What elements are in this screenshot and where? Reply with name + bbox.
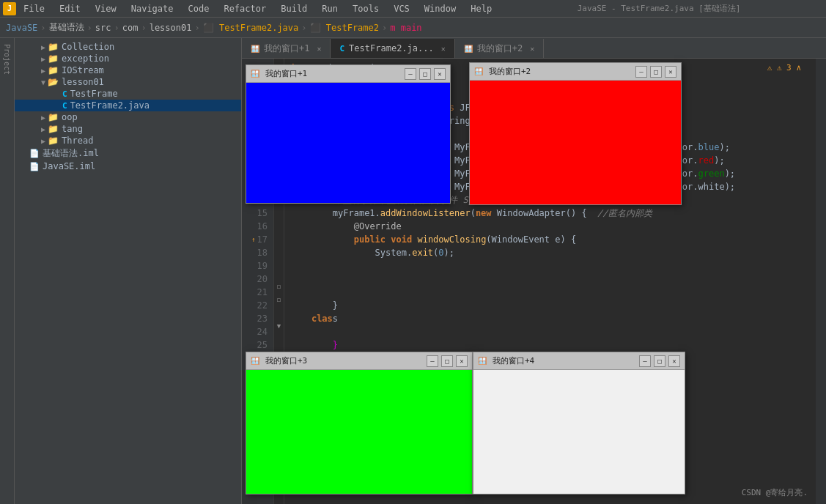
tab-close-icon[interactable]: ✕: [317, 45, 321, 53]
fw-green-title: 我的窗口+3: [265, 355, 424, 366]
window-title: JavaSE - TestFrame2.java [基础语法]: [495, 3, 823, 14]
iml-icon: 📄: [29, 149, 40, 158]
app-logo: J: [3, 2, 16, 15]
bc-testframe2[interactable]: ⬛ TestFrame2: [310, 23, 379, 33]
breadcrumb: JavaSE › 基础语法 › src › com › lesson01 › ⬛…: [0, 18, 826, 38]
bc-main[interactable]: m main: [390, 23, 421, 33]
folder-open-icon: 📂: [48, 77, 59, 87]
tree-item-thread[interactable]: ▶ 📁 Thread: [15, 135, 241, 147]
folder-icon: 📁: [48, 53, 59, 64]
fw-white-minimize[interactable]: —: [639, 355, 651, 367]
tree-item-iostream[interactable]: ▶ 📁 IOStream: [15, 64, 241, 76]
menu-file[interactable]: File: [21, 2, 48, 15]
menu-navigate[interactable]: Navigate: [128, 2, 177, 15]
fw-green-close[interactable]: ✕: [456, 355, 468, 367]
chevron-right-icon: ▶: [41, 67, 45, 75]
java-c-icon: C: [339, 44, 344, 53]
fw-green-maximize[interactable]: □: [441, 355, 453, 367]
folder-icon: 📁: [48, 42, 59, 52]
chevron-right-icon: ▶: [41, 114, 45, 122]
floating-window-blue[interactable]: 🪟 我的窗口+1 — □ ✕: [246, 64, 451, 204]
fw-white-title: 我的窗口+4: [493, 355, 636, 366]
iml-icon: 📄: [29, 162, 40, 171]
bc-lesson01[interactable]: lesson01: [150, 23, 192, 33]
tree-item-testframe2[interactable]: C TestFrame2.java: [15, 100, 241, 111]
menu-code[interactable]: Code: [185, 2, 213, 15]
menu-tools[interactable]: Tools: [350, 2, 382, 15]
window-titlebar-icon4: 🪟: [478, 357, 487, 365]
java-class-icon: C: [62, 101, 67, 111]
fw-red-canvas: [470, 81, 681, 204]
right-scrollbar[interactable]: [816, 59, 826, 504]
fw-red-close[interactable]: ✕: [665, 66, 676, 78]
main-layout: Project ▶ 📁 Collection ▶ 📁 exception ▶ 📁…: [0, 38, 826, 504]
window-titlebar-icon: 🪟: [251, 70, 259, 78]
fw-blue-titlebar: 🪟 我的窗口+1 — □ ✕: [246, 65, 450, 83]
menu-refactor[interactable]: Refactor: [221, 2, 269, 15]
window-icon: 🪟: [251, 45, 259, 53]
fw-red-maximize[interactable]: □: [650, 66, 662, 78]
tab-mywindow2[interactable]: 🪟 我的窗口+2 ✕: [455, 39, 544, 58]
folder-icon: 📁: [48, 124, 59, 134]
file-tree: ▶ 📁 Collection ▶ 📁 exception ▶ 📁 IOStrea…: [15, 38, 241, 504]
tree-item-jichu-iml[interactable]: 📄 基础语法.iml: [15, 147, 241, 160]
chevron-down-icon: ▼: [41, 78, 45, 86]
fw-red-minimize[interactable]: —: [635, 66, 647, 78]
fw-blue-title: 我的窗口+1: [265, 68, 402, 79]
tree-item-tang[interactable]: ▶ 📁 tang: [15, 123, 241, 135]
tab-testframe2[interactable]: C TestFrame2.ja... ✕: [331, 39, 454, 58]
window-icon2: 🪟: [464, 45, 473, 53]
window-titlebar-icon2: 🪟: [474, 67, 483, 75]
tab-close-icon2[interactable]: ✕: [441, 45, 446, 53]
menu-view[interactable]: View: [92, 2, 119, 15]
fw-blue-close[interactable]: ✕: [434, 68, 446, 80]
fw-white-titlebar: 🪟 我的窗口+4 — □ ✕: [473, 352, 685, 370]
bc-javalse[interactable]: JavaSE: [6, 23, 37, 33]
floating-window-white[interactable]: 🪟 我的窗口+4 — □ ✕: [473, 352, 685, 494]
bc-src[interactable]: src: [95, 23, 111, 33]
menu-build[interactable]: Build: [278, 2, 310, 15]
bc-testframe2-java[interactable]: ⬛ TestFrame2.java: [203, 23, 299, 33]
tree-item-exception[interactable]: ▶ 📁 exception: [15, 53, 241, 64]
fw-blue-maximize[interactable]: □: [419, 68, 431, 80]
project-label[interactable]: Project: [1, 41, 12, 78]
menu-help[interactable]: Help: [468, 2, 495, 15]
folder-icon: 📁: [48, 136, 59, 146]
bc-jifa[interactable]: 基础语法: [49, 21, 84, 34]
menubar: J File Edit View Navigate Code Refactor …: [0, 0, 826, 18]
java-class-icon: C: [62, 89, 67, 99]
tree-item-lesson01[interactable]: ▼ 📂 lesson01: [15, 76, 241, 88]
tree-item-testframe[interactable]: C TestFrame: [15, 88, 241, 100]
fw-red-title: 我的窗口+2: [489, 66, 633, 77]
editor-area: 🪟 我的窗口+1 ✕ C TestFrame2.ja... ✕ 🪟 我的窗口+2…: [242, 38, 826, 504]
project-panel: ▶ 📁 Collection ▶ 📁 exception ▶ 📁 IOStrea…: [15, 38, 242, 504]
tab-close-icon3[interactable]: ✕: [530, 45, 534, 53]
warning-badge[interactable]: ⚠ ⚠ 3 ∧: [767, 62, 801, 75]
tree-item-javase-iml[interactable]: 📄 JavaSE.iml: [15, 160, 241, 172]
chevron-right-icon: ▶: [41, 43, 45, 51]
chevron-right-icon: ▶: [41, 137, 45, 145]
bc-com[interactable]: com: [122, 23, 139, 33]
tab-mywindow1[interactable]: 🪟 我的窗口+1 ✕: [242, 39, 331, 58]
folder-icon: 📁: [48, 65, 59, 75]
floating-window-green[interactable]: 🪟 我的窗口+3 — □ ✕: [246, 352, 473, 494]
chevron-right-icon: ▶: [41, 125, 45, 133]
fw-green-canvas: [246, 370, 472, 494]
folder-icon: 📁: [48, 112, 59, 122]
fw-green-minimize[interactable]: —: [427, 355, 438, 367]
fw-green-titlebar: 🪟 我的窗口+3 — □ ✕: [246, 352, 472, 370]
menu-window[interactable]: Window: [421, 2, 459, 15]
tree-item-collection[interactable]: ▶ 📁 Collection: [15, 41, 241, 53]
menu-vcs[interactable]: VCS: [391, 2, 413, 15]
menu-run[interactable]: Run: [319, 2, 341, 15]
fw-white-canvas: [473, 370, 685, 494]
tree-item-oop[interactable]: ▶ 📁 oop: [15, 111, 241, 123]
editor-tabs: 🪟 我的窗口+1 ✕ C TestFrame2.ja... ✕ 🪟 我的窗口+2…: [242, 38, 826, 59]
fw-white-maximize[interactable]: □: [654, 355, 665, 367]
fw-red-titlebar: 🪟 我的窗口+2 — □ ✕: [470, 63, 681, 81]
menu-edit[interactable]: Edit: [56, 2, 84, 15]
fw-white-close[interactable]: ✕: [668, 355, 680, 367]
fw-blue-minimize[interactable]: —: [405, 68, 416, 80]
floating-window-red[interactable]: 🪟 我的窗口+2 — □ ✕: [469, 62, 682, 205]
menu-items[interactable]: File Edit View Navigate Code Refactor Bu…: [21, 2, 495, 15]
